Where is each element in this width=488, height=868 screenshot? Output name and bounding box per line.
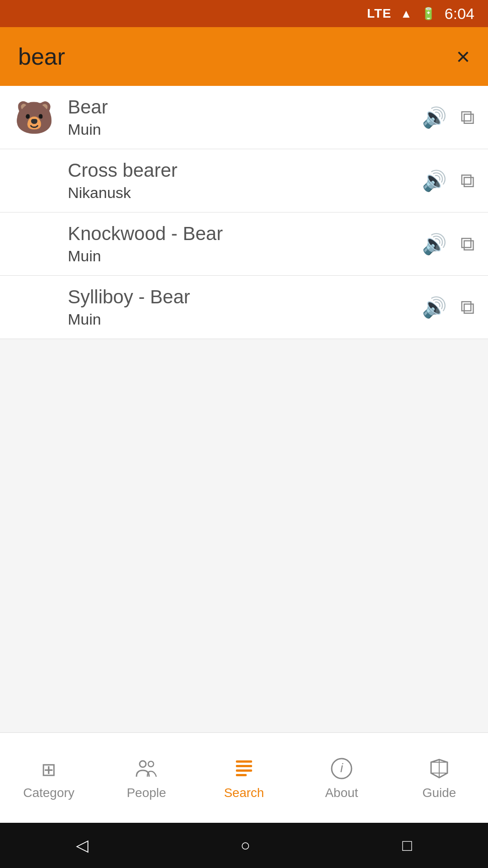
status-time: 6:04 (445, 5, 474, 23)
nav-label-category: Category (23, 786, 75, 800)
play-audio-icon-3[interactable]: 🔊 (422, 232, 447, 256)
nav-item-about[interactable]: i About (293, 756, 390, 800)
result-actions-1: 🔊 ⧉ (422, 106, 474, 129)
result-title-1: Bear (68, 96, 422, 118)
result-text-2: Cross bearer Nikanusk (68, 160, 422, 202)
nav-item-category[interactable]: ⊞ Category (0, 756, 98, 800)
svg-point-1 (140, 761, 146, 767)
result-title-3: Knockwood - Bear (68, 223, 422, 245)
back-button[interactable]: ◁ (76, 836, 89, 855)
result-text-4: Sylliboy - Bear Muin (68, 286, 422, 328)
result-subtitle-1: Muin (68, 121, 422, 138)
android-nav-bar: ◁ ○ □ (0, 823, 488, 868)
result-actions-4: 🔊 ⧉ (422, 296, 474, 319)
search-icon (231, 756, 257, 781)
nav-item-guide[interactable]: Guide (390, 756, 488, 800)
nav-label-search: Search (224, 786, 264, 800)
result-text-3: Knockwood - Bear Muin (68, 223, 422, 265)
play-audio-icon-2[interactable]: 🔊 (422, 169, 447, 193)
status-bar: LTE ▲ 🔋 6:04 (0, 0, 488, 27)
result-title-4: Sylliboy - Bear (68, 286, 422, 308)
battery-icon: 🔋 (421, 7, 436, 21)
search-query[interactable]: bear (18, 43, 65, 70)
home-button[interactable]: ○ (240, 836, 250, 855)
copy-icon-2[interactable]: ⧉ (460, 169, 474, 192)
result-title-2: Cross bearer (68, 160, 422, 181)
svg-rect-3 (236, 760, 252, 763)
play-audio-icon-1[interactable]: 🔊 (422, 106, 447, 129)
result-actions-3: 🔊 ⧉ (422, 232, 474, 256)
close-icon[interactable]: × (456, 43, 470, 70)
result-thumbnail-1: 🐻 (14, 97, 54, 138)
result-item-4[interactable]: Sylliboy - Bear Muin 🔊 ⧉ (0, 276, 488, 339)
about-icon: i (329, 756, 354, 781)
result-subtitle-3: Muin (68, 247, 422, 265)
result-item-2[interactable]: Cross bearer Nikanusk 🔊 ⧉ (0, 149, 488, 212)
svg-rect-4 (236, 765, 252, 767)
nav-item-search[interactable]: Search (195, 756, 293, 800)
nav-label-guide: Guide (422, 786, 456, 800)
result-text-1: Bear Muin (68, 96, 422, 138)
result-subtitle-2: Nikanusk (68, 184, 422, 202)
svg-rect-5 (236, 769, 252, 772)
people-icon (134, 756, 159, 781)
result-actions-2: 🔊 ⧉ (422, 169, 474, 193)
svg-text:⊞: ⊞ (41, 760, 56, 779)
recent-button[interactable]: □ (402, 836, 412, 855)
nav-label-about: About (325, 786, 358, 800)
guide-icon (427, 756, 452, 781)
copy-icon-3[interactable]: ⧉ (460, 232, 474, 255)
copy-icon-4[interactable]: ⧉ (460, 296, 474, 319)
category-icon: ⊞ (36, 756, 61, 781)
results-list: 🐻 Bear Muin 🔊 ⧉ Cross bearer Nikanusk 🔊 … (0, 86, 488, 732)
copy-icon-1[interactable]: ⧉ (460, 106, 474, 129)
play-audio-icon-4[interactable]: 🔊 (422, 296, 447, 319)
svg-rect-6 (236, 774, 247, 776)
signal-icon: ▲ (400, 7, 412, 21)
nav-item-people[interactable]: People (98, 756, 195, 800)
search-header: bear × (0, 27, 488, 86)
svg-text:i: i (340, 761, 343, 775)
result-subtitle-4: Muin (68, 311, 422, 328)
bottom-nav: ⊞ Category People Search i About (0, 732, 488, 823)
result-item-1[interactable]: 🐻 Bear Muin 🔊 ⧉ (0, 86, 488, 149)
lte-indicator: LTE (367, 6, 391, 21)
result-item-3[interactable]: Knockwood - Bear Muin 🔊 ⧉ (0, 212, 488, 276)
svg-point-2 (148, 761, 154, 767)
bear-image: 🐻 (14, 99, 54, 136)
nav-label-people: People (127, 786, 166, 800)
